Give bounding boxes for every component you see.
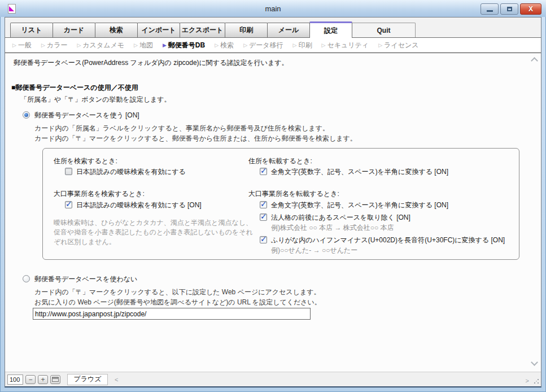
subnav-map[interactable]: ▷地図: [134, 41, 153, 50]
checkbox-label: 日本語読みの曖昧検索を有効にする [ON]: [76, 201, 202, 210]
checkbox-row: 日本語読みの曖昧検索を有効にする: [65, 167, 186, 177]
tab-quit[interactable]: Quit: [352, 23, 416, 37]
checkbox-label: 全角文字(英数字、記号、スペース)を半角に変換する [ON]: [271, 201, 448, 210]
layout-icon: [52, 377, 59, 382]
close-icon: X: [528, 5, 533, 13]
no-db-description-1: カード内の「〒」マークをクリックすると、以下に設定した Web ページにアクセス…: [34, 288, 320, 297]
subnav-license[interactable]: ▷ライセンス: [378, 41, 418, 50]
close-button[interactable]: X: [520, 3, 541, 15]
tab-export[interactable]: エクスポート: [180, 23, 225, 37]
checkbox-row: 日本語読みの曖昧検索を有効にする [ON]: [65, 201, 202, 210]
minimize-icon: [487, 10, 493, 12]
tab-list[interactable]: リスト: [10, 23, 53, 37]
checkbox-row: 全角文字(英数字、記号、スペース)を半角に変換する [ON]: [260, 201, 448, 210]
scroll-up-icon[interactable]: [531, 57, 538, 64]
tab-bar: リスト カード 検索 インポート エクスポート 印刷 メール 設定 Quit: [5, 18, 541, 38]
radio-no-zipcode-db[interactable]: [23, 275, 30, 282]
radio-no-zipcode-db-label[interactable]: 郵便番号データベースを使わない: [34, 275, 137, 284]
fuzzy-search-options-box: 住所を検索するとき: 日本語読みの曖昧検索を有効にする 大口事業所名を検索すると…: [42, 148, 519, 260]
restore-button[interactable]: [500, 3, 518, 15]
search-company-header: 大口事業所名を検索するとき:: [54, 189, 145, 199]
triangle-icon: ▷: [378, 42, 382, 48]
checkbox-fuzzy-company[interactable]: [65, 201, 72, 208]
scroll-right-icon[interactable]: >: [526, 377, 529, 384]
triangle-icon: ▷: [243, 42, 247, 48]
app-file-icon: [8, 4, 16, 14]
minimize-button[interactable]: [481, 3, 499, 15]
fuzzy-search-note: 曖昧検索時は、ひらがなとカタカナ、濁点と半濁点と濁点なし、促音や拗音を小書き表記…: [54, 218, 258, 247]
example-strip-spaces: 例)株式会社 ○○ 本店 → 株式会社○○ 本店: [271, 223, 394, 233]
subnav-general[interactable]: ▷一般: [12, 41, 32, 50]
radio-use-zipcode-db[interactable]: [23, 111, 30, 119]
triangle-filled-icon: ▶: [163, 42, 167, 48]
use-db-description-1: カード内の「所属名」ラベルをクリックすると、事業所名から郵便番号及び住所を検索し…: [34, 124, 329, 133]
subnav-security[interactable]: ▷セキュリティ: [322, 41, 369, 50]
scroll-down-icon[interactable]: [531, 359, 538, 366]
checkbox-row: ふりがな内のハイフンマイナス(U+002D)を長音符(U+30FC)に変換する …: [260, 236, 505, 245]
checkbox-label: 全角文字(英数字、記号、スペース)を半角に変換する [ON]: [271, 167, 448, 177]
checkbox-strip-spaces[interactable]: [260, 214, 267, 221]
checkbox-row: 全角文字(英数字、記号、スペース)を半角に変換する [ON]: [260, 167, 448, 177]
checkbox-label: ふりがな内のハイフンマイナス(U+002D)を長音符(U+30FC)に変換する …: [271, 236, 505, 245]
zoom-level-field[interactable]: 100: [7, 374, 23, 385]
mode-popup[interactable]: ブラウズ: [67, 374, 108, 385]
titlebar: main X: [0, 0, 546, 17]
triangle-icon: ▷: [134, 42, 138, 48]
checkbox-hyphen-to-chouon[interactable]: [260, 236, 267, 243]
triangle-icon: ▷: [215, 42, 219, 48]
triangle-icon: ▷: [77, 42, 81, 48]
radio-use-zipcode-db-label[interactable]: 郵便番号データベースを使う [ON]: [34, 111, 139, 120]
triangle-icon: ▷: [293, 42, 297, 48]
section-subtitle: 「所属名」や「〒」ボタンの挙動を設定します。: [20, 95, 171, 104]
zoom-in-button[interactable]: +: [38, 375, 48, 384]
tab-card[interactable]: カード: [53, 23, 95, 37]
tab-mail[interactable]: メール: [267, 23, 310, 37]
subnav-print[interactable]: ▷印刷: [293, 41, 312, 50]
subnav-data-migration[interactable]: ▷データ移行: [243, 41, 283, 50]
status-toolbar: 100 − + ブラウズ < >: [5, 372, 541, 386]
restore-icon: [507, 7, 512, 11]
transfer-company-header: 大口事業所名を転載するとき:: [248, 189, 339, 199]
section-title: ■郵便番号データーベースの使用／不使用: [11, 83, 138, 93]
triangle-icon: ▷: [12, 42, 16, 48]
app-window: main X リスト カード 検索 インポート エクスポート 印刷 メール 設定…: [0, 0, 546, 392]
checkbox-zenkaku-address[interactable]: [260, 168, 267, 175]
checkbox-label: 日本語読みの曖昧検索を有効にする: [76, 167, 186, 177]
tab-settings[interactable]: 設定: [309, 21, 352, 38]
search-address-header: 住所を検索するとき:: [54, 156, 117, 166]
tab-print[interactable]: 印刷: [225, 23, 268, 37]
no-db-description-2: お気に入りの Web ページ(郵便番号や地図を調べるサイトなど)の URL を設…: [34, 298, 321, 307]
subnav-zipcode-db[interactable]: ▶郵便番号DB: [163, 41, 205, 50]
intro-text: 郵便番号データベース(PowerAddress フォルダ内の zipcode)に…: [14, 58, 289, 68]
use-db-description-2: カード内の「〒」マークをクリックすると、郵便番号から住所または、住所から郵便番号…: [34, 134, 357, 143]
settings-subnav: ▷一般 ▷カラー ▷カスタムメモ ▷地図 ▶郵便番号DB ▷検索 ▷データ移行 …: [5, 38, 541, 53]
checkbox-row: 法人格の前後にあるスペースを取り除く [ON]: [260, 213, 410, 223]
resize-grip-icon[interactable]: [534, 378, 539, 384]
subnav-color[interactable]: ▷カラー: [41, 41, 67, 50]
zoom-out-button[interactable]: −: [25, 375, 36, 384]
checkbox-fuzzy-address[interactable]: [65, 168, 72, 175]
subnav-custom-memo[interactable]: ▷カスタムメモ: [77, 41, 124, 50]
checkbox-label: 法人格の前後にあるスペースを取り除く [ON]: [271, 213, 410, 223]
toggle-status-area-button[interactable]: [50, 375, 60, 384]
document-frame: リスト カード 検索 インポート エクスポート 印刷 メール 設定 Quit ▷…: [5, 17, 541, 387]
triangle-icon: ▷: [322, 42, 326, 48]
web-url-input[interactable]: [33, 308, 311, 320]
subnav-search[interactable]: ▷検索: [215, 41, 234, 50]
settings-content: 郵便番号データベース(PowerAddress フォルダ内の zipcode)に…: [5, 53, 541, 372]
example-hyphen: 例)○○せんた- → ○○せんたー: [271, 246, 357, 255]
triangle-icon: ▷: [41, 42, 45, 48]
tab-search[interactable]: 検索: [95, 23, 138, 37]
window-title: main: [0, 5, 546, 13]
checkbox-zenkaku-company[interactable]: [260, 201, 267, 208]
tab-import[interactable]: インポート: [137, 23, 180, 37]
transfer-address-header: 住所を転載するとき:: [248, 156, 312, 166]
collapse-left-icon[interactable]: <: [115, 376, 118, 383]
